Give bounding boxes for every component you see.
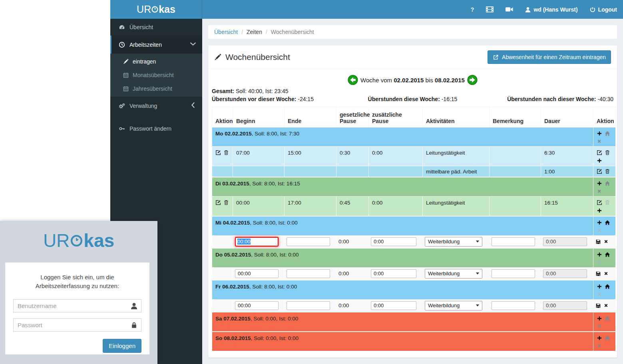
logo-text-post: kas <box>159 4 175 15</box>
extra-pause-input[interactable] <box>371 237 416 246</box>
overtime-summary: Überstunden vor dieser Woche: -24:15 Übe… <box>212 96 613 102</box>
breadcrumb-uebersicht[interactable]: Übersicht <box>214 29 238 35</box>
sidebar-label: Übersicht <box>129 24 153 30</box>
cancel-icon[interactable] <box>603 271 609 276</box>
sidebar-item-uebersicht[interactable]: Übersicht <box>110 19 202 36</box>
absence-home-icon[interactable] <box>605 252 610 257</box>
absence-home-icon[interactable] <box>605 335 610 341</box>
absence-home-icon[interactable] <box>605 284 610 289</box>
entry-actions <box>593 235 616 248</box>
trash-icon[interactable] <box>223 150 229 155</box>
edit-icon[interactable] <box>597 169 602 174</box>
cell-dauer: 1:00 <box>541 166 593 177</box>
next-week-button[interactable] <box>467 75 478 85</box>
delete-day-icon[interactable] <box>597 189 602 194</box>
save-icon[interactable] <box>595 303 601 308</box>
lock-icon <box>131 322 137 328</box>
remark-input[interactable] <box>492 301 535 310</box>
user-name: wd (Hans Wurst) <box>533 6 577 13</box>
delete-day-icon[interactable] <box>597 139 602 144</box>
video-button[interactable] <box>500 0 519 19</box>
trash-icon[interactable] <box>223 200 229 205</box>
cancel-icon[interactable] <box>603 239 609 244</box>
cell-bemerkung <box>490 166 541 177</box>
day-actions <box>593 177 616 197</box>
col-aktion: Aktion <box>212 107 233 127</box>
login-button[interactable]: Einloggen <box>103 339 141 353</box>
edit-icon[interactable] <box>215 150 221 155</box>
activity-select[interactable]: Weiterbildung <box>425 301 482 310</box>
add-entry-icon[interactable] <box>597 158 602 163</box>
user-menu[interactable]: wd (Hans Wurst) <box>519 0 583 19</box>
username-input[interactable] <box>13 299 141 312</box>
sidebar-item-jahresuebersicht[interactable]: Jahresübersicht <box>110 82 202 95</box>
delete-day-icon[interactable] <box>597 343 602 348</box>
prev-week-button[interactable] <box>348 75 358 85</box>
cell-gesetzliche-pause <box>336 166 369 177</box>
logout-button[interactable]: Logout <box>584 0 623 19</box>
absence-home-icon[interactable] <box>605 316 610 321</box>
trash-icon[interactable] <box>605 150 610 155</box>
caret-down-icon <box>476 273 479 274</box>
sidebar-item-arbeitszeiten[interactable]: Arbeitszeiten <box>110 36 202 54</box>
week-range-label: Woche vom 02.02.2015 bis 08.02.2015 <box>360 77 465 84</box>
add-entry-icon[interactable] <box>597 208 602 213</box>
extra-pause-input[interactable] <box>371 269 416 278</box>
sidebar-item-verwaltung[interactable]: Verwaltung <box>110 97 202 115</box>
gauge-icon <box>119 24 125 30</box>
add-entry-icon[interactable] <box>597 335 602 341</box>
absence-button[interactable]: Abwesenheit für einen Zeitraum eintragen <box>488 50 611 64</box>
logout-label: Logout <box>598 6 617 13</box>
day-label: Sa 07.02.2015, Soll: 0:00, Ist: 0:00 <box>212 312 593 332</box>
edit-icon[interactable] <box>215 200 221 205</box>
sidebar-label: Passwort ändern <box>129 125 171 132</box>
absence-home-icon[interactable] <box>605 220 610 225</box>
week-navigation: Woche vom 02.02.2015 bis 08.02.2015 <box>212 75 613 85</box>
remark-input[interactable] <box>492 237 535 246</box>
sidebar-item-passwort-aendern[interactable]: Passwort ändern <box>110 120 202 137</box>
film-button[interactable] <box>480 0 500 19</box>
day-actions <box>593 332 616 351</box>
end-input[interactable] <box>287 301 330 310</box>
add-entry-icon[interactable] <box>597 316 602 321</box>
edit-icon[interactable] <box>597 200 602 205</box>
add-entry-icon[interactable] <box>597 284 602 289</box>
help-button[interactable]: ? <box>465 0 480 19</box>
trash-icon[interactable] <box>605 169 610 174</box>
activity-select[interactable]: Weiterbildung <box>425 237 482 247</box>
sidebar-item-eintragen[interactable]: eintragen <box>110 55 202 68</box>
end-input[interactable] <box>287 269 330 278</box>
begin-input[interactable] <box>235 269 279 278</box>
absence-home-icon[interactable] <box>605 181 610 186</box>
navbar-actions: ? wd (Hans Wurst) Logout <box>465 0 623 19</box>
sidebar-label: eintragen <box>133 58 156 65</box>
save-icon[interactable] <box>595 239 601 245</box>
activity-select[interactable]: Weiterbildung <box>425 269 482 278</box>
day-row-mi: Mi 04.02.2015, Soll: 8:00, Ist: 0:00 <box>212 216 616 236</box>
add-entry-icon[interactable] <box>597 181 602 186</box>
password-input[interactable] <box>13 318 141 332</box>
sidebar-item-monatsuebersicht[interactable]: Monatsübersicht <box>110 68 202 82</box>
add-entry-icon[interactable] <box>597 252 602 257</box>
day-row-mo: Mo 02.02.2015, Soll: 8:00, Ist: 7:30 <box>212 127 616 147</box>
begin-input[interactable] <box>235 301 279 310</box>
delete-day-icon[interactable] <box>597 324 602 329</box>
week-from: 02.02.2015 <box>394 77 424 84</box>
app-logo[interactable]: URkas <box>110 0 202 19</box>
save-icon[interactable] <box>595 271 601 276</box>
remark-input[interactable] <box>492 269 535 278</box>
power-icon <box>590 7 595 12</box>
cell-aktivitaet: Leitungstätigkeit <box>423 196 490 216</box>
begin-input-focused[interactable]: 00:00 <box>235 237 279 247</box>
end-input[interactable] <box>287 237 330 246</box>
add-entry-icon[interactable] <box>597 220 602 225</box>
clock-in-o-icon <box>70 235 83 247</box>
cancel-icon[interactable] <box>603 303 609 308</box>
extra-pause-input[interactable] <box>371 301 416 310</box>
day-actions <box>593 127 616 147</box>
panel-header: Wochenübersicht Abwesenheit für einen Ze… <box>208 46 617 69</box>
edit-icon[interactable] <box>597 150 602 155</box>
absence-home-icon[interactable] <box>605 131 610 136</box>
col-zusaetzliche-pause: zusätzliche Pause <box>369 107 423 127</box>
add-entry-icon[interactable] <box>597 131 602 136</box>
